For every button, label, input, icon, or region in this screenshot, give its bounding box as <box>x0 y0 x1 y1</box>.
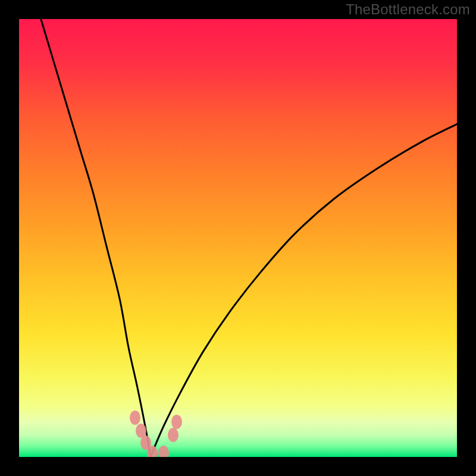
marker-dot <box>130 411 140 425</box>
curve-left-branch <box>41 19 151 457</box>
marker-dot <box>168 428 178 442</box>
bottleneck-curve <box>19 19 457 457</box>
marker-dot <box>158 446 169 457</box>
marker-dot <box>147 446 158 457</box>
curve-right-branch <box>151 124 457 457</box>
outer-frame: TheBottleneck.com <box>0 0 476 476</box>
watermark-text: TheBottleneck.com <box>346 1 470 18</box>
marker-dot <box>171 415 182 429</box>
plot-area <box>19 19 457 457</box>
